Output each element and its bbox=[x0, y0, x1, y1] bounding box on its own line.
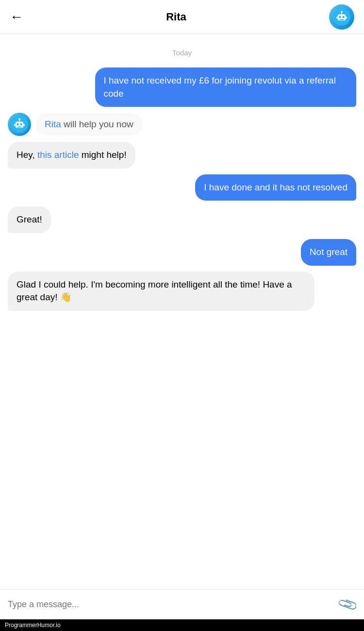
rita-avatar-header[interactable] bbox=[329, 4, 354, 30]
svg-point-12 bbox=[20, 123, 22, 126]
article-link[interactable]: this article bbox=[37, 150, 79, 160]
hey-text: Hey, bbox=[17, 150, 37, 160]
footer-label: ProgrammerHumor.io bbox=[5, 622, 61, 629]
received-bubble-3: Hey, this article might help! bbox=[8, 142, 135, 169]
rita-info-row: Rita will help you now bbox=[8, 113, 356, 136]
chat-header: ← Rita bbox=[0, 0, 364, 34]
message-row-6: Not great bbox=[8, 239, 356, 266]
attach-icon[interactable]: 📎 bbox=[336, 593, 359, 615]
rita-info-bubble: Rita will help you now bbox=[36, 113, 142, 136]
svg-rect-13 bbox=[17, 127, 22, 128]
message-row-3: Hey, this article might help! bbox=[8, 142, 356, 169]
back-button[interactable]: ← bbox=[10, 9, 23, 25]
svg-point-15 bbox=[18, 119, 20, 120]
svg-rect-17 bbox=[23, 124, 25, 126]
chat-messages: Today I have not received my £6 for join… bbox=[0, 34, 364, 589]
message-input-area: 📎 bbox=[0, 589, 364, 619]
svg-point-11 bbox=[17, 123, 19, 126]
chat-title: Rita bbox=[166, 11, 186, 23]
footer-bar: ProgrammerHumor.io bbox=[0, 619, 364, 631]
received-bubble-7: Glad I could help. I'm becoming more int… bbox=[8, 272, 314, 311]
svg-rect-16 bbox=[14, 124, 16, 126]
svg-point-2 bbox=[339, 16, 341, 18]
date-divider: Today bbox=[8, 49, 356, 57]
svg-rect-7 bbox=[336, 17, 338, 19]
svg-rect-8 bbox=[346, 17, 347, 19]
message-row-5: Great! bbox=[8, 206, 356, 233]
rita-name-label: Rita bbox=[45, 119, 61, 129]
rita-info-text: will help you now bbox=[61, 119, 133, 129]
message-row-4: I have done and it has not resolved bbox=[8, 174, 356, 201]
rita-avatar-small bbox=[8, 113, 31, 136]
might-help-text: might help! bbox=[79, 150, 126, 160]
svg-rect-4 bbox=[340, 19, 344, 20]
message-input[interactable] bbox=[8, 599, 333, 610]
sent-bubble-6: Not great bbox=[301, 239, 356, 266]
svg-point-6 bbox=[341, 11, 343, 13]
sent-bubble-1: I have not received my £6 for joining re… bbox=[95, 68, 357, 107]
sent-bubble-4: I have done and it has not resolved bbox=[195, 174, 356, 201]
message-row-1: I have not received my £6 for joining re… bbox=[8, 68, 356, 107]
received-bubble-5: Great! bbox=[8, 206, 51, 233]
svg-point-3 bbox=[342, 16, 345, 18]
message-row-7: Glad I could help. I'm becoming more int… bbox=[8, 272, 356, 311]
